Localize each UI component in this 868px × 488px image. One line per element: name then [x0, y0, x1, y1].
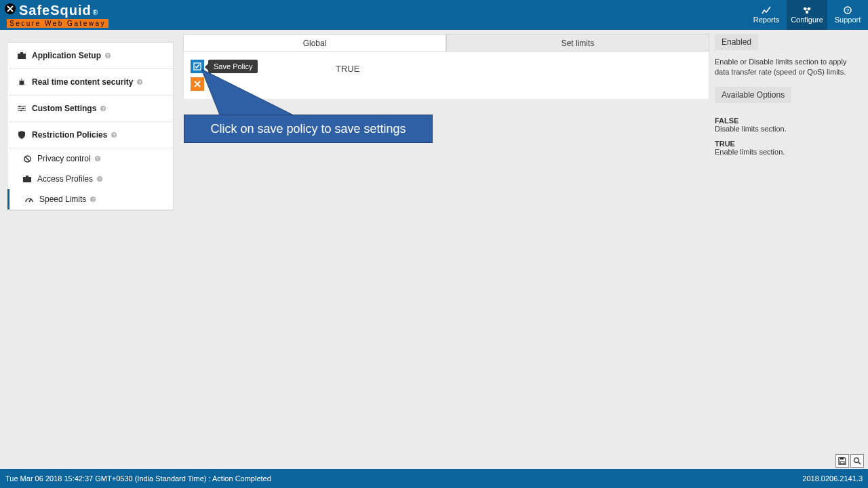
sidebar-item-label: Access Profiles — [37, 174, 93, 184]
sidebar-item-label: Application Setup — [32, 51, 101, 60]
brand-logo-icon — [4, 3, 16, 15]
nav-support[interactable]: ? Support — [827, 0, 868, 30]
sidebar-item-label: Speed Limits — [39, 195, 86, 204]
help-dot-icon: ? — [105, 53, 111, 58]
sidebar-item-label: Restriction Policies — [32, 130, 107, 140]
brand-registered: ® — [93, 9, 98, 16]
svg-text:?: ? — [846, 7, 850, 14]
option-true-desc: Enable limits section. — [715, 148, 863, 156]
sidebar-item-realtime-security[interactable]: Real time content security ? — [7, 69, 173, 96]
available-options-label: Available Options — [715, 87, 791, 103]
tab-global[interactable]: Global — [183, 34, 446, 51]
cancel-button[interactable] — [191, 77, 204, 91]
sidebar-item-application-setup[interactable]: Application Setup ? — [7, 43, 173, 69]
footer-version: 2018.0206.2141.3 — [802, 474, 863, 483]
footer-bar: Tue Mar 06 2018 15:42:37 GMT+0530 (India… — [0, 469, 868, 488]
help-dot-icon: ? — [100, 106, 106, 111]
svg-rect-18 — [840, 458, 844, 460]
nav-configure[interactable]: Configure — [787, 0, 827, 30]
help-dot-icon: ? — [90, 197, 96, 202]
brand-title: SafeSquid ® — [4, 3, 111, 18]
help-dot-icon: ? — [97, 176, 102, 182]
option-false-title: FALSE — [715, 117, 863, 125]
footer-utility-icons — [835, 454, 864, 468]
svg-rect-14 — [26, 176, 28, 177]
tab-set-limits[interactable]: Set limits — [446, 34, 709, 51]
search-icon-button[interactable] — [850, 454, 864, 468]
save-icon-button[interactable] — [835, 454, 849, 468]
sidebar: Application Setup ? Real time content se… — [7, 42, 174, 211]
right-help-panel: Enabled Enable or Disable limits section… — [715, 34, 863, 469]
top-nav: Reports Configure ? Support — [746, 0, 868, 30]
main-panel: Global Set limits Save Policy TRUE Click… — [183, 34, 709, 469]
nav-reports[interactable]: Reports — [746, 0, 787, 30]
save-policy-button[interactable] — [191, 60, 204, 73]
nav-configure-label: Configure — [791, 16, 823, 24]
sidebar-item-custom-settings[interactable]: Custom Settings ? — [7, 96, 173, 122]
sidebar-item-restriction-policies[interactable]: Restriction Policies ? — [7, 122, 173, 148]
content-row: Save Policy TRUE — [183, 52, 709, 100]
brand-block: SafeSquid ® Secure Web Gateway — [4, 3, 111, 28]
svg-rect-6 — [18, 54, 26, 59]
sidebar-item-label: Privacy control — [37, 154, 91, 163]
option-true-title: TRUE — [715, 140, 863, 148]
sidebar-item-label: Custom Settings — [32, 104, 96, 113]
bug-icon — [17, 77, 26, 87]
footer-status: Tue Mar 06 2018 15:42:37 GMT+0530 (India… — [5, 474, 271, 483]
help-dot-icon: ? — [137, 79, 142, 85]
instruction-callout: Click on save policy to save settings — [184, 115, 433, 143]
top-bar: SafeSquid ® Secure Web Gateway Reports C… — [0, 0, 868, 30]
tabs: Global Set limits — [183, 34, 709, 52]
enabled-label: Enabled — [715, 34, 758, 50]
svg-point-19 — [854, 458, 859, 463]
svg-point-10 — [22, 108, 24, 110]
brand-tagline: Secure Web Gateway — [4, 19, 111, 28]
enabled-value: TRUE — [336, 64, 359, 74]
shield-icon — [17, 130, 26, 140]
svg-rect-17 — [840, 462, 844, 464]
ban-icon — [22, 154, 32, 163]
sidebar-sub-privacy-control[interactable]: Privacy control ? — [7, 148, 173, 169]
save-policy-tooltip: Save Policy — [208, 60, 258, 73]
enabled-description: Enable or Disable limits section to appl… — [715, 57, 863, 77]
nav-reports-label: Reports — [753, 16, 780, 24]
brand-name: SafeSquid — [19, 3, 92, 18]
svg-point-9 — [19, 106, 21, 108]
gauge-icon — [24, 195, 34, 204]
help-dot-icon: ? — [111, 132, 117, 138]
svg-rect-13 — [23, 177, 31, 182]
briefcase-icon — [17, 51, 26, 60]
nav-support-label: Support — [835, 16, 861, 24]
help-dot-icon: ? — [95, 156, 100, 161]
option-false-desc: Disable limits section. — [715, 125, 863, 133]
sidebar-sub-speed-limits[interactable]: Speed Limits ? — [7, 189, 173, 209]
sliders-icon — [17, 104, 26, 113]
callout-text: Click on save policy to save settings — [210, 122, 406, 136]
sidebar-sub-access-profiles[interactable]: Access Profiles ? — [7, 169, 173, 189]
svg-point-11 — [20, 110, 22, 112]
svg-rect-7 — [20, 52, 23, 54]
briefcase-icon — [22, 174, 32, 184]
sidebar-item-label: Real time content security — [32, 77, 133, 87]
